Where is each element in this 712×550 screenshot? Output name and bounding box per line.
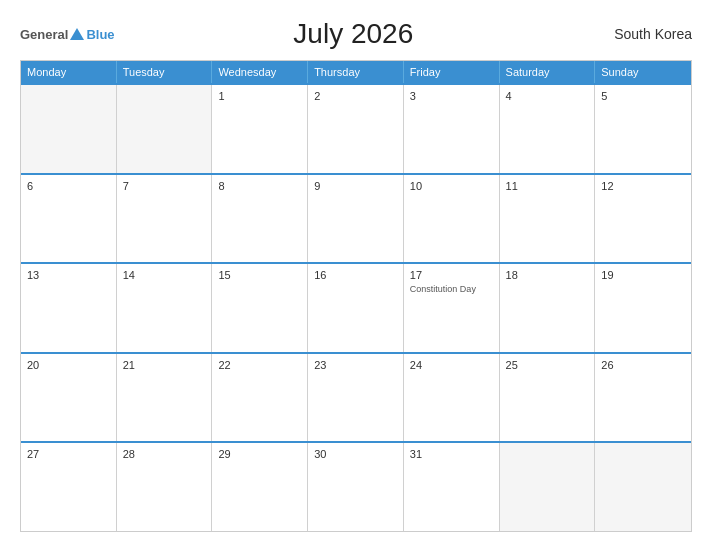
day-cell: 8 [212,175,308,263]
day-number: 10 [410,180,493,192]
day-cell [595,443,691,531]
calendar-header: General Blue July 2026 South Korea [20,18,692,50]
day-number: 8 [218,180,301,192]
header-tuesday: Tuesday [117,61,213,83]
day-cell: 17Constitution Day [404,264,500,352]
day-number: 13 [27,269,110,281]
event-label: Constitution Day [410,284,493,294]
day-number: 5 [601,90,685,102]
logo-general: General [20,27,68,42]
day-cell: 20 [21,354,117,442]
day-cell: 1 [212,85,308,173]
calendar-grid: Monday Tuesday Wednesday Thursday Friday… [20,60,692,532]
header-thursday: Thursday [308,61,404,83]
day-cell: 9 [308,175,404,263]
day-cell: 12 [595,175,691,263]
day-number: 21 [123,359,206,371]
day-cell: 3 [404,85,500,173]
header-sunday: Sunday [595,61,691,83]
header-friday: Friday [404,61,500,83]
day-number: 27 [27,448,110,460]
day-cell: 7 [117,175,213,263]
day-cell: 27 [21,443,117,531]
day-number: 16 [314,269,397,281]
week-row-1: 12345 [21,83,691,173]
day-cell: 18 [500,264,596,352]
day-number: 22 [218,359,301,371]
day-number: 15 [218,269,301,281]
day-cell [21,85,117,173]
day-number: 29 [218,448,301,460]
day-cell: 14 [117,264,213,352]
day-number: 2 [314,90,397,102]
day-cell: 22 [212,354,308,442]
header-monday: Monday [21,61,117,83]
day-number: 12 [601,180,685,192]
week-row-2: 6789101112 [21,173,691,263]
day-cell [500,443,596,531]
logo-blue: Blue [86,27,114,42]
day-number: 19 [601,269,685,281]
weeks-container: 1234567891011121314151617Constitution Da… [21,83,691,531]
country-label: South Korea [592,26,692,42]
day-number: 11 [506,180,589,192]
day-cell: 23 [308,354,404,442]
week-row-3: 1314151617Constitution Day1819 [21,262,691,352]
day-cell: 19 [595,264,691,352]
day-cell: 16 [308,264,404,352]
day-cell: 31 [404,443,500,531]
day-cell: 5 [595,85,691,173]
day-number: 1 [218,90,301,102]
day-cell: 24 [404,354,500,442]
day-number: 9 [314,180,397,192]
day-number: 17 [410,269,493,281]
day-number: 4 [506,90,589,102]
logo-triangle-icon [70,28,84,40]
day-cell: 30 [308,443,404,531]
day-cell: 25 [500,354,596,442]
day-number: 24 [410,359,493,371]
logo: General Blue [20,27,115,42]
day-headers-row: Monday Tuesday Wednesday Thursday Friday… [21,61,691,83]
day-cell: 29 [212,443,308,531]
day-number: 3 [410,90,493,102]
day-number: 18 [506,269,589,281]
day-cell: 4 [500,85,596,173]
day-number: 23 [314,359,397,371]
day-number: 20 [27,359,110,371]
day-number: 26 [601,359,685,371]
week-row-5: 2728293031 [21,441,691,531]
day-number: 31 [410,448,493,460]
day-number: 25 [506,359,589,371]
month-title: July 2026 [115,18,592,50]
day-cell: 10 [404,175,500,263]
day-cell: 6 [21,175,117,263]
day-cell: 2 [308,85,404,173]
day-number: 30 [314,448,397,460]
day-number: 14 [123,269,206,281]
day-cell: 26 [595,354,691,442]
day-cell: 28 [117,443,213,531]
day-number: 6 [27,180,110,192]
calendar-page: General Blue July 2026 South Korea Monda… [0,0,712,550]
header-saturday: Saturday [500,61,596,83]
day-cell [117,85,213,173]
header-wednesday: Wednesday [212,61,308,83]
day-cell: 21 [117,354,213,442]
day-cell: 15 [212,264,308,352]
day-cell: 13 [21,264,117,352]
week-row-4: 20212223242526 [21,352,691,442]
day-cell: 11 [500,175,596,263]
day-number: 7 [123,180,206,192]
day-number: 28 [123,448,206,460]
